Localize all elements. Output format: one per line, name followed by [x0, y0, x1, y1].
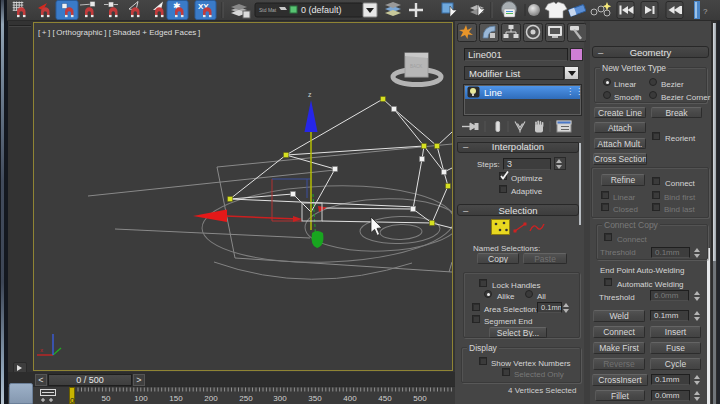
svg-text:450: 450 [378, 394, 392, 403]
svg-text:400: 400 [343, 394, 357, 403]
svg-text:?: ? [703, 7, 708, 16]
svg-text:100: 100 [134, 394, 148, 403]
svg-text:500: 500 [413, 394, 427, 403]
svg-text:Std Mat: Std Mat [259, 7, 277, 13]
svg-text:200: 200 [204, 394, 218, 403]
svg-text:350: 350 [308, 394, 322, 403]
svg-text:50: 50 [102, 394, 111, 403]
svg-text:BACK: BACK [410, 64, 422, 69]
svg-text:150: 150 [169, 394, 183, 403]
svg-text:300: 300 [273, 394, 287, 403]
svg-text:0 (default): 0 (default) [301, 5, 342, 15]
svg-text:250: 250 [239, 394, 253, 403]
svg-text:x: x [40, 347, 43, 353]
svg-text:z: z [308, 91, 312, 98]
